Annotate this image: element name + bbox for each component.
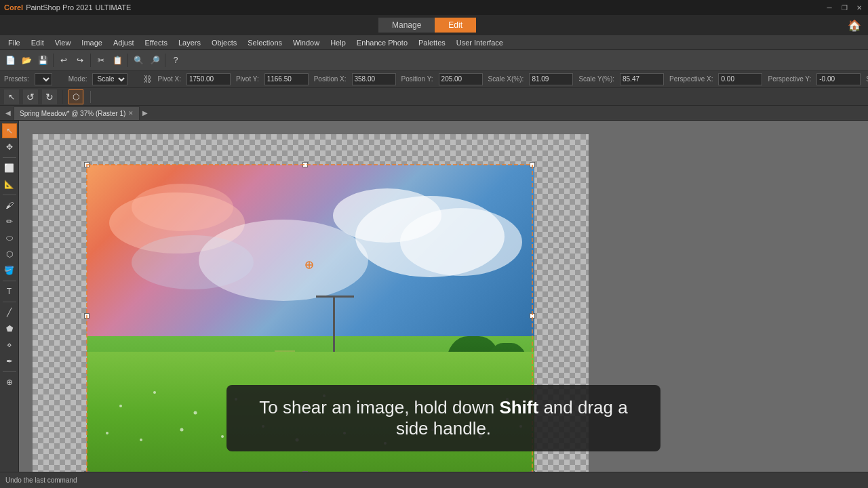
handle-bottom-center[interactable] bbox=[302, 471, 308, 472]
tool-text[interactable]: T bbox=[2, 284, 17, 299]
menu-objects[interactable]: Objects bbox=[206, 37, 242, 48]
restore-button[interactable]: ❐ bbox=[840, 3, 849, 12]
tool-dropper[interactable]: ✒ bbox=[2, 354, 17, 369]
undo-button[interactable]: ↩ bbox=[56, 53, 71, 68]
rotate-left-btn[interactable]: ↺ bbox=[23, 89, 38, 104]
handle-mid-left[interactable] bbox=[84, 313, 90, 319]
perspective-y-label: Perspective Y: bbox=[768, 75, 811, 83]
svg-point-16 bbox=[343, 432, 346, 434]
manage-button[interactable]: Manage bbox=[378, 18, 435, 33]
home-icon[interactable]: 🏠 bbox=[848, 19, 861, 32]
app-logo: Corel bbox=[4, 3, 23, 12]
toolbar-sep-1 bbox=[53, 54, 54, 67]
save-button[interactable]: 💾 bbox=[35, 53, 50, 68]
scale-x-input[interactable] bbox=[529, 73, 573, 85]
menu-enhance-photo[interactable]: Enhance Photo bbox=[351, 37, 413, 48]
help-button[interactable]: ? bbox=[168, 53, 183, 68]
tab-scroll-right[interactable]: ▶ bbox=[140, 109, 151, 117]
tool-sep-2 bbox=[3, 195, 16, 195]
pick-tool[interactable]: ↖ bbox=[4, 89, 19, 104]
document-tab[interactable]: Spring Meadow* @ 37% (Raster 1) ✕ bbox=[14, 106, 140, 120]
edit-button[interactable]: Edit bbox=[435, 18, 476, 33]
tab-close-button[interactable]: ✕ bbox=[128, 110, 134, 117]
presets-select[interactable] bbox=[35, 73, 52, 85]
rotate-right-btn[interactable]: ↻ bbox=[42, 89, 57, 104]
zoom-in-button[interactable]: 🔍 bbox=[131, 53, 146, 68]
tool-straighten[interactable]: 📐 bbox=[2, 177, 17, 192]
tool-pick[interactable]: ↖ bbox=[2, 123, 17, 138]
handle-bottom-right[interactable] bbox=[530, 471, 535, 472]
tool-clone[interactable]: ⬭ bbox=[2, 230, 17, 245]
tool-move[interactable]: ✥ bbox=[2, 140, 17, 155]
menu-palettes[interactable]: Palettes bbox=[413, 37, 451, 48]
menu-effects[interactable]: Effects bbox=[140, 37, 173, 48]
menu-file[interactable]: File bbox=[3, 37, 26, 48]
new-button[interactable]: 📄 bbox=[3, 53, 18, 68]
menu-layers[interactable]: Layers bbox=[173, 37, 206, 48]
deform-tool[interactable]: ⬡ bbox=[68, 89, 83, 104]
title-bar-controls: ─ ❐ ✕ bbox=[825, 3, 864, 12]
handle-bottom-left[interactable] bbox=[84, 471, 90, 472]
svg-point-2 bbox=[194, 411, 197, 415]
pivot-y-label: Pivot Y: bbox=[236, 75, 259, 83]
canvas-area[interactable]: To shear an image, hold down Shift and d… bbox=[19, 121, 868, 472]
svg-point-14 bbox=[262, 425, 264, 428]
main-layout: ↖ ✥ ⬜ 📐 🖌 ✏ ⬭ ⬡ 🪣 T ╱ ⬟ ⋄ ✒ ⊕ bbox=[0, 121, 868, 472]
cloud-7 bbox=[132, 235, 254, 289]
menu-edit[interactable]: Edit bbox=[26, 37, 50, 48]
svg-point-8 bbox=[465, 408, 468, 411]
cut-button[interactable]: ✂ bbox=[94, 53, 108, 68]
cloud-5 bbox=[132, 184, 233, 231]
menu-view[interactable]: View bbox=[50, 37, 77, 48]
tool-magic-wand[interactable]: ⋄ bbox=[2, 338, 17, 352]
tool-eraser[interactable]: ⬡ bbox=[2, 247, 17, 262]
tool-sep-1 bbox=[3, 157, 16, 158]
handle-top-right[interactable] bbox=[530, 162, 535, 167]
svg-point-6 bbox=[370, 405, 374, 408]
scale-x-label: Scale X(%): bbox=[488, 75, 524, 83]
opts2-sep1 bbox=[62, 90, 63, 104]
tab-scroll-left[interactable]: ◀ bbox=[3, 109, 14, 117]
mode-select[interactable]: Scale bbox=[92, 73, 127, 85]
menu-adjust[interactable]: Adjust bbox=[108, 37, 140, 48]
redo-button[interactable]: ↪ bbox=[73, 53, 87, 68]
scale-y-input[interactable] bbox=[620, 73, 664, 85]
tool-pencil[interactable]: ✏ bbox=[2, 214, 17, 229]
copy-button[interactable]: 📋 bbox=[110, 53, 125, 68]
svg-point-11 bbox=[140, 439, 142, 441]
tool-fill[interactable]: 🪣 bbox=[2, 263, 17, 278]
handle-mid-right[interactable] bbox=[530, 313, 535, 319]
svg-point-17 bbox=[384, 442, 387, 445]
menu-selections[interactable]: Selections bbox=[242, 37, 288, 48]
tool-add[interactable]: ⊕ bbox=[2, 375, 17, 390]
tab-bar: ◀ Spring Meadow* @ 37% (Raster 1) ✕ ▶ bbox=[0, 106, 868, 121]
pivot-x-input[interactable] bbox=[186, 73, 231, 85]
menu-window[interactable]: Window bbox=[288, 37, 325, 48]
svg-point-3 bbox=[235, 398, 237, 401]
tool-line[interactable]: ╱ bbox=[2, 305, 17, 320]
menu-image[interactable]: Image bbox=[76, 37, 108, 48]
pivot-y-input[interactable] bbox=[264, 73, 309, 85]
cloud-layer bbox=[87, 180, 534, 336]
tool-selection[interactable]: ⬟ bbox=[2, 321, 17, 336]
toolbar-sep-4 bbox=[165, 54, 165, 67]
tool-crop[interactable]: ⬜ bbox=[2, 161, 17, 176]
tool-sep-5 bbox=[3, 371, 16, 372]
position-y-input[interactable] bbox=[439, 73, 483, 85]
close-button[interactable]: ✕ bbox=[854, 3, 864, 12]
perspective-y-input[interactable] bbox=[816, 73, 861, 85]
svg-point-18 bbox=[431, 428, 434, 431]
open-button[interactable]: 📂 bbox=[19, 53, 34, 68]
menu-bar: File Edit View Image Adjust Effects Laye… bbox=[0, 35, 868, 50]
svg-point-19 bbox=[479, 435, 482, 439]
tool-paint-brush[interactable]: 🖌 bbox=[2, 198, 17, 213]
position-x-input[interactable] bbox=[352, 73, 396, 85]
minimize-button[interactable]: ─ bbox=[825, 3, 834, 12]
zoom-out-button[interactable]: 🔎 bbox=[147, 53, 162, 68]
handle-top-center[interactable] bbox=[302, 162, 308, 167]
menu-user-interface[interactable]: User Interface bbox=[451, 37, 509, 48]
perspective-x-input[interactable] bbox=[718, 73, 762, 85]
title-bar: Corel PaintShop Pro 2021 ULTIMATE ─ ❐ ✕ bbox=[0, 0, 868, 15]
handle-top-left[interactable] bbox=[84, 162, 90, 167]
menu-help[interactable]: Help bbox=[325, 37, 351, 48]
